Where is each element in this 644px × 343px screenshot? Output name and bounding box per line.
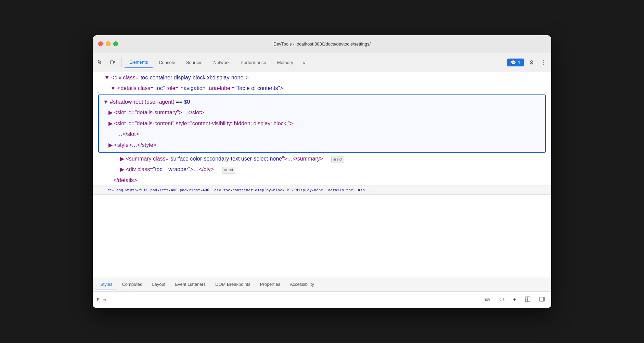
tab-network[interactable]: Network <box>209 57 235 68</box>
traffic-lights <box>98 41 118 46</box>
expand-dots[interactable]: ··· <box>95 89 99 94</box>
breadcrumb-item-0[interactable]: re-long.width-full.pad-left-400.pad-righ… <box>107 188 209 192</box>
shadow-root-slot1[interactable]: ▶ <slot id="details-summary">…</slot> <box>99 107 545 118</box>
hov-button[interactable]: :hov <box>480 296 492 303</box>
bottom-panel: Styles Computed Layout Event Listeners D… <box>93 278 551 308</box>
shadow-root-header[interactable]: ▼ #shadow-root (user-agent) == $0 <box>99 97 545 107</box>
breadcrumb-sep-3 <box>355 188 357 192</box>
tab-computed[interactable]: Computed <box>117 279 147 290</box>
minimize-button[interactable] <box>106 41 111 46</box>
cursor-icon-2: ⊞ <box>224 168 227 173</box>
tab-sources[interactable]: Sources <box>181 57 207 68</box>
select-element-icon[interactable] <box>95 58 105 67</box>
slot-badge-1: ⊞ slot <box>331 156 345 163</box>
dom-line-1[interactable]: ▼ <div class="toc-container display-bloc… <box>93 72 551 83</box>
filter-bar: Filter :hov .cls + <box>93 292 551 308</box>
device-toolbar-icon[interactable] <box>108 58 117 67</box>
dom-line-2[interactable]: ▼ <details class="toc" role="navigation"… <box>93 83 551 94</box>
bottom-tabs-bar: Styles Computed Layout Event Listeners D… <box>93 278 551 292</box>
close-button[interactable] <box>98 41 103 46</box>
breadcrumb-sep-1 <box>211 188 213 192</box>
svg-rect-0 <box>111 61 113 64</box>
toolbar-icons <box>95 58 122 67</box>
breadcrumb-sep-2 <box>324 188 327 192</box>
tab-performance[interactable]: Performance <box>236 57 271 68</box>
more-tabs-button[interactable]: » <box>299 58 309 67</box>
filter-label: Filter <box>97 297 107 302</box>
filter-actions: :hov .cls + <box>480 295 547 305</box>
breadcrumb-ellipsis[interactable]: ... <box>95 188 102 192</box>
dom-line-end-details: </details> <box>93 175 551 186</box>
breadcrumb-item-4[interactable]: ... <box>370 188 377 192</box>
cls-button[interactable]: .cls <box>496 296 506 303</box>
breadcrumb-sep-4 <box>366 188 369 192</box>
chat-badge[interactable]: 💬 1 <box>507 59 524 66</box>
tab-dom-breakpoints[interactable]: DOM Breakpoints <box>210 279 255 290</box>
svg-rect-1 <box>114 61 115 63</box>
title-bar: DevTools - localhost:8080/docs/devtools/… <box>93 35 551 53</box>
shadow-root-slot2-end: …</slot> <box>99 129 545 140</box>
plus-button[interactable]: + <box>511 295 518 305</box>
devtools-tabs-bar: Elements Console Sources Network Perform… <box>93 53 551 72</box>
tabs-right-area: 💬 1 ⚙ ⋮ <box>507 58 549 67</box>
dom-line-summary[interactable]: ▶ <summary class="surface color-secondar… <box>93 153 551 164</box>
tab-properties[interactable]: Properties <box>255 279 285 290</box>
maximize-button[interactable] <box>113 41 118 46</box>
breadcrumb-bar: ... re-long.width-full.pad-left-400.pad-… <box>93 186 551 195</box>
sidebar-icon[interactable] <box>537 295 547 305</box>
chat-count: 1 <box>518 60 520 65</box>
breadcrumb-item-2[interactable]: details.toc <box>328 188 353 192</box>
elements-panel: ▼ <div class="toc-container display-bloc… <box>93 72 551 278</box>
tab-event-listeners[interactable]: Event Listeners <box>170 279 210 290</box>
window-title: DevTools - localhost:8080/docs/devtools/… <box>273 41 371 47</box>
dom-line-div-wrapper[interactable]: ▶ <div class="toc__wrapper">…</div> ⊞ sl… <box>93 164 551 175</box>
tab-console[interactable]: Console <box>154 57 180 68</box>
tab-layout[interactable]: Layout <box>147 279 170 290</box>
shadow-root-container: ▼ #shadow-root (user-agent) == $0 ▶ <slo… <box>98 94 546 153</box>
chat-icon: 💬 <box>511 60 516 65</box>
shadow-root-slot2[interactable]: ▶ <slot id="details-content" style="cont… <box>99 118 545 129</box>
cursor-icon: ⊞ <box>333 157 336 162</box>
dom-tree: ▼ <div class="toc-container display-bloc… <box>93 72 551 186</box>
devtools-window: DevTools - localhost:8080/docs/devtools/… <box>93 35 551 308</box>
breadcrumb-item-3[interactable]: #sh <box>358 188 365 192</box>
tab-accessibility[interactable]: Accessibility <box>285 279 319 290</box>
shadow-root-style[interactable]: ▶ <style>…</style> <box>99 140 545 151</box>
breadcrumb-sep-0 <box>104 188 106 192</box>
slot-badge-2: ⊞ slot <box>222 167 235 174</box>
breadcrumb-item-1[interactable]: div.toc-container.display-block.xl\:disp… <box>214 188 323 192</box>
layout-icon[interactable] <box>523 295 533 305</box>
more-menu-icon[interactable]: ⋮ <box>539 58 549 67</box>
svg-rect-5 <box>540 297 544 301</box>
tab-elements[interactable]: Elements <box>125 57 153 68</box>
tab-styles[interactable]: Styles <box>95 279 117 290</box>
settings-icon[interactable]: ⚙ <box>527 58 536 67</box>
tab-memory[interactable]: Memory <box>272 57 298 68</box>
